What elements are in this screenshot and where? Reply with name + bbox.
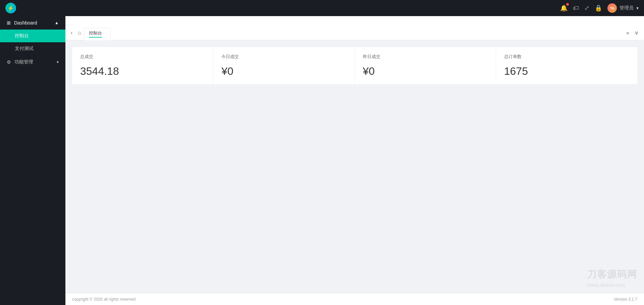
layout: ⊞ Dashboard ▲ 控制台 支付测试 ⚙ 功能管理 ▾ ‹ ⌂ — [0, 16, 644, 305]
stat-card-total-transaction: 总成交 3544.18 — [72, 47, 213, 84]
sidebar-item-dashboard-left: ⊞ Dashboard — [7, 20, 37, 26]
tab-back-button[interactable]: ‹ — [69, 29, 74, 37]
sidebar-item-dashboard[interactable]: ⊞ Dashboard ▲ — [0, 16, 65, 30]
tab-right-controls: » ∨ — [625, 28, 640, 40]
notification-badge — [566, 3, 569, 6]
sidebar-item-kongzhitai[interactable]: 控制台 — [0, 30, 65, 42]
avatar-text: Yo — [610, 6, 614, 10]
stat-card-today: 今日成交 ¥0 — [213, 47, 355, 84]
tab-home-button[interactable]: ⌂ — [76, 29, 83, 37]
stat-value-total: 3544.18 — [80, 65, 205, 78]
dashboard-chevron: ▲ — [55, 20, 59, 25]
sidebar-zhifuceshi-label: 支付测试 — [15, 46, 34, 51]
stat-label-today: 今日成交 — [221, 54, 346, 60]
stat-card-yesterday: 昨日成交 ¥0 — [355, 47, 496, 84]
bell-icon[interactable]: 🔔 — [560, 4, 568, 12]
stat-label-total: 总成交 — [80, 54, 205, 60]
function-chevron: ▾ — [57, 60, 59, 64]
copyright-text: copyright © 2020 all rights reserved. — [72, 297, 137, 302]
stat-value-yesterday: ¥0 — [363, 65, 488, 78]
footer: copyright © 2020 all rights reserved. Ve… — [65, 293, 644, 305]
gear-icon: ⚙ — [7, 59, 11, 65]
username: 管理员 — [620, 5, 634, 11]
header-right: 🔔 🏷 ⤢ 🔒 Yo 管理员 ▾ — [560, 3, 639, 13]
tab-active-underline — [89, 37, 102, 38]
avatar: Yo — [607, 3, 617, 13]
tab-bar: ‹ ⌂ 控制台 » ∨ — [65, 16, 644, 40]
stat-value-orders: 1675 — [504, 65, 629, 78]
stat-value-today: ¥0 — [221, 65, 346, 78]
user-info[interactable]: Yo 管理员 ▾ — [607, 3, 639, 13]
tab-controls: ‹ ⌂ — [69, 29, 83, 40]
main-content: ‹ ⌂ 控制台 » ∨ 总成交 3544.18 — [65, 16, 644, 305]
tab-kongzhitai-label: 控制台 — [89, 30, 102, 36]
stat-card-orders: 总订单数 1675 — [496, 47, 637, 84]
tab-label-wrapper: 控制台 — [89, 30, 102, 38]
sidebar-kongzhitai-label: 控制台 — [15, 33, 29, 38]
header-left: ⚡ — [5, 3, 16, 13]
sidebar: ⊞ Dashboard ▲ 控制台 支付测试 ⚙ 功能管理 ▾ — [0, 16, 65, 305]
sidebar-dashboard-label: Dashboard — [14, 20, 37, 26]
tab-collapse-button[interactable]: ∨ — [633, 28, 640, 37]
stat-label-yesterday: 昨日成交 — [363, 54, 488, 60]
logo-icon: ⚡ — [5, 3, 16, 13]
version-text: Version 3.1.7 — [614, 297, 637, 302]
dashboard-icon: ⊞ — [7, 20, 11, 26]
lock-icon[interactable]: 🔒 — [595, 4, 602, 12]
tag-icon[interactable]: 🏷 — [573, 5, 579, 12]
sidebar-function-label: 功能管理 — [14, 59, 33, 65]
expand-icon[interactable]: ⤢ — [584, 4, 589, 12]
logo-char: ⚡ — [7, 5, 14, 11]
sidebar-item-function-mgmt[interactable]: ⚙ 功能管理 ▾ — [0, 55, 65, 69]
stat-label-orders: 总订单数 — [504, 54, 629, 60]
sidebar-function-left: ⚙ 功能管理 — [7, 59, 33, 65]
header: ⚡ 🔔 🏷 ⤢ 🔒 Yo 管理员 ▾ — [0, 0, 644, 16]
stats-row: 总成交 3544.18 今日成交 ¥0 昨日成交 ¥0 总订单数 1675 — [72, 47, 637, 84]
tab-kongzhitai[interactable]: 控制台 — [84, 28, 111, 40]
user-dropdown-icon: ▾ — [636, 5, 639, 11]
tab-more-button[interactable]: » — [625, 29, 631, 37]
sidebar-item-zhifuceshi[interactable]: 支付测试 — [0, 42, 65, 55]
content-area: 总成交 3544.18 今日成交 ¥0 昨日成交 ¥0 总订单数 1675 — [65, 40, 644, 293]
